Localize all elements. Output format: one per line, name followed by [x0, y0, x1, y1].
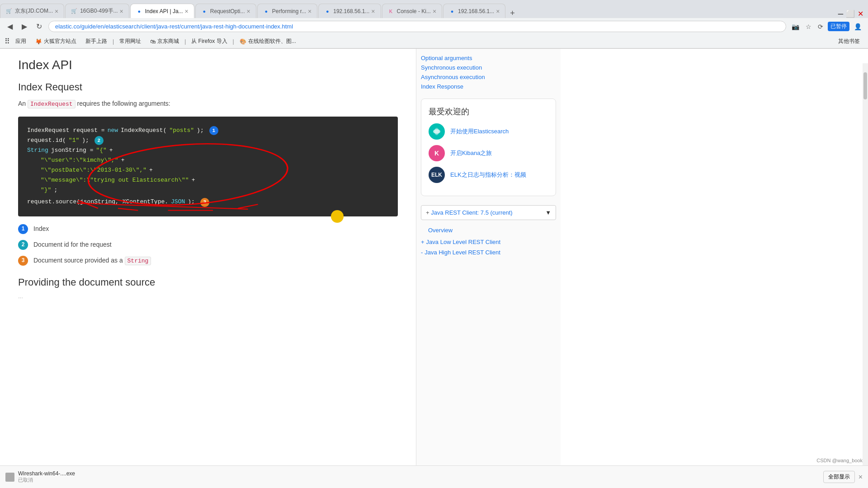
tab-ip1[interactable]: ● 192.168.56.1... × [318, 4, 381, 18]
popular-box: 最受欢迎的 开始使用Elasticsearch K 开启Kibana之旅 [421, 99, 556, 196]
badge-1: 1 [209, 126, 218, 135]
svg-point-7 [434, 128, 439, 135]
tab-jd1[interactable]: 🛒 京东(JD.COM... × [0, 4, 64, 18]
svg-line-2 [118, 208, 138, 210]
forward-button[interactable]: ▶ [19, 21, 30, 32]
badge-2: 2 [94, 136, 104, 145]
popular-title: 最受欢迎的 [429, 106, 548, 117]
tab-label-ip2: 192.168.56.1... [458, 8, 494, 14]
nav-tree: Overview + Java Low Level REST Client - … [421, 224, 556, 258]
popular-link-elastic[interactable]: 开始使用Elasticsearch [450, 127, 509, 136]
bookmark-tools[interactable]: 🎨 在线绘图软件、图... [236, 37, 300, 46]
nav-java-low[interactable]: + Java Low Level REST Client [421, 237, 556, 247]
maximize-button[interactable]: ⬜ [846, 9, 855, 18]
sync-icon[interactable]: ⟳ [816, 22, 825, 31]
back-button[interactable]: ◀ [5, 21, 15, 32]
numbered-item-3: 3 Document source provided as a String [18, 255, 398, 266]
inline-code-string: String [125, 257, 151, 265]
tab-request[interactable]: ● RequestOpti... × [195, 4, 256, 18]
tab-favicon-jd1: 🛒 [6, 8, 12, 14]
bookmark-jd[interactable]: 🛍 京东商城 [146, 37, 183, 46]
tab-close-jd2[interactable]: × [120, 8, 123, 15]
bookmark-common[interactable]: 常用网址 [116, 37, 145, 46]
bookmark-newhand[interactable]: 新手上路 [82, 37, 111, 46]
tab-favicon-jd2: 🛒 [71, 8, 77, 14]
tab-favicon-ip2: ● [449, 8, 455, 14]
new-tab-button[interactable]: + [506, 9, 519, 18]
close-window-button[interactable]: ✕ [858, 9, 863, 18]
elastic-logo-svg [432, 127, 441, 136]
numbered-item-1: 1 Index [18, 224, 398, 234]
huya-icon: 🦊 [35, 38, 42, 45]
nav-java-high[interactable]: - Java High Level REST Client [421, 247, 556, 258]
popular-item-kibana[interactable]: K 开启Kibana之旅 [429, 145, 548, 161]
popular-item-elastic[interactable]: 开始使用Elasticsearch [429, 123, 548, 140]
close-download-button[interactable]: × [859, 473, 863, 478]
numbered-list: 1 Index 2 Document id for the request 3 … [18, 224, 398, 266]
bookmark-other[interactable]: 其他书签 [835, 37, 863, 46]
code-line-2: request.id( "1" ); 2 [27, 136, 389, 145]
url-input[interactable]: elastic.co/guide/en/elasticsearch/client… [48, 21, 786, 32]
download-file-icon [5, 473, 14, 478]
inline-code-indexrequest: IndexRequest [28, 100, 75, 108]
section-index-request: Index Request [18, 81, 398, 93]
tab-close-performing[interactable]: × [308, 8, 311, 15]
tab-close-console[interactable]: × [433, 8, 436, 15]
expand-icon-low: + [421, 239, 425, 245]
download-filename: Wireshark-win64-....exe [18, 470, 75, 477]
bookmarks-bar: ⠿ 应用 🦊 火狐官方站点 新手上路 | 常用网址 🛍 京东商城 | 从 Fir… [0, 35, 868, 48]
bookmark-huya[interactable]: 🦊 火狐官方站点 [32, 37, 80, 46]
main-content: Index API Index Request An IndexRequest … [0, 49, 416, 477]
bookmark-firefox[interactable]: 从 Firefox 导入 [188, 37, 231, 46]
popular-link-kibana[interactable]: 开启Kibana之旅 [450, 149, 492, 157]
download-info: Wireshark-win64-....exe 已取消 [18, 470, 75, 477]
page-title: Index API [18, 58, 398, 72]
section-providing-source: Providing the document source [18, 277, 398, 288]
version-selector[interactable]: + Java REST Client: 7.5 (current) ▼ [421, 205, 556, 220]
num-badge-3: 3 [18, 256, 28, 266]
scrollbar[interactable] [863, 63, 868, 465]
tab-label-jd2: 16GB0-499手... [80, 7, 118, 15]
tab-favicon-request: ● [201, 8, 208, 14]
scrollbar-thumb[interactable] [863, 72, 867, 99]
sidebar-link-response[interactable]: Index Response [421, 82, 556, 91]
tab-index-api[interactable]: ● Index API | Ja... × [130, 4, 194, 18]
screenshot-icon[interactable]: 📷 [790, 22, 801, 31]
sidebar-link-async[interactable]: Asynchronous execution [421, 72, 556, 82]
tab-close-index[interactable]: × [185, 8, 189, 15]
tools-icon: 🎨 [240, 38, 246, 45]
code-line-3: String jsonString = "{" + [27, 145, 389, 155]
kibana-icon: K [429, 145, 445, 161]
tab-ip2[interactable]: ● 192.168.56.1... × [443, 4, 505, 18]
profile-icon[interactable]: 👤 [852, 22, 863, 31]
popular-link-elk[interactable]: ELK之日志与指标分析：视频 [450, 171, 526, 179]
tab-jd2[interactable]: 🛒 16GB0-499手... × [65, 4, 129, 18]
tab-bar: 🛒 京东(JD.COM... × 🛒 16GB0-499手... × ● Ind… [0, 0, 868, 18]
code-block: IndexRequest request = new IndexRequest(… [18, 117, 398, 216]
reload-button[interactable]: ↻ [33, 21, 45, 32]
csdn-watermark: CSDN @wang_book [816, 458, 863, 463]
page-content: Index API Index Request An IndexRequest … [0, 49, 868, 477]
tab-label-console: Console - Ki... [397, 8, 431, 14]
tab-performing[interactable]: ● Performing r... × [257, 4, 318, 18]
sidebar-link-optional[interactable]: Optional arguments [421, 53, 556, 63]
sidebar-link-sync[interactable]: Synchronous execution [421, 63, 556, 72]
num-badge-2: 2 [18, 240, 28, 250]
bookmark-apps[interactable]: 应用 [12, 37, 30, 46]
tab-close-jd1[interactable]: × [55, 8, 58, 15]
version-selector-label: + Java REST Client: 7.5 (current) [426, 209, 513, 216]
tab-label-performing: Performing r... [272, 8, 306, 14]
tab-favicon-performing: ● [263, 8, 269, 14]
popular-item-elk[interactable]: ELK ELK之日志与指标分析：视频 [429, 167, 548, 183]
tab-favicon-ip1: ● [324, 8, 330, 14]
nav-overview[interactable]: Overview [421, 224, 556, 237]
tab-console[interactable]: K Console - Ki... × [382, 4, 443, 18]
bookmark-star-icon[interactable]: ☆ [804, 22, 813, 31]
tab-close-request[interactable]: × [247, 8, 250, 15]
tab-close-ip2[interactable]: × [496, 8, 500, 15]
jd-icon: 🛍 [150, 38, 156, 45]
minimize-button[interactable]: ─ [838, 10, 843, 18]
tab-close-ip1[interactable]: × [371, 8, 375, 15]
show-all-button[interactable]: 全部显示 [823, 471, 855, 477]
code-line-4: "\"user\":\"kimchy\"," + [41, 155, 389, 165]
